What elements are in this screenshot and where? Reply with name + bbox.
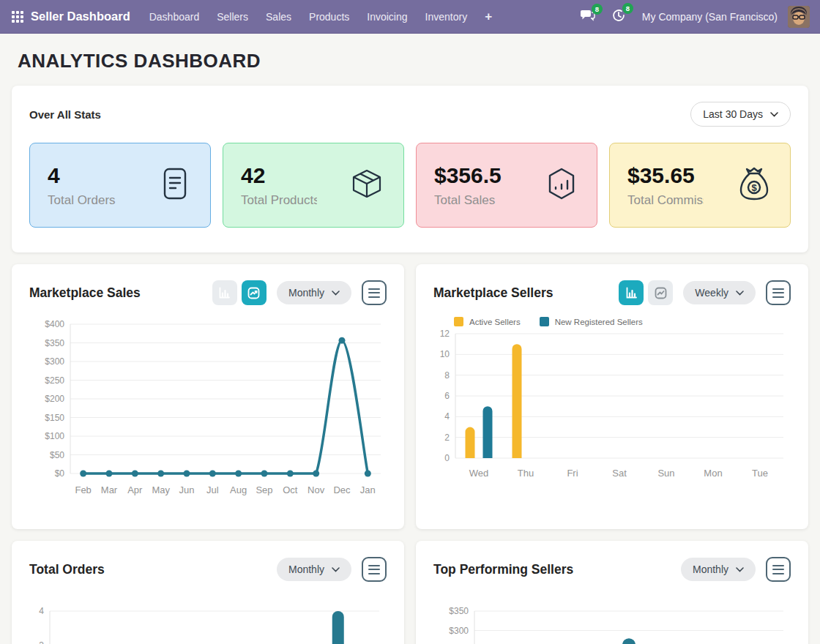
svg-text:10: 10: [440, 349, 450, 359]
line-chart-icon: [247, 287, 260, 299]
svg-text:$300: $300: [449, 626, 469, 636]
legend-item: New Registered Sellers: [540, 317, 643, 326]
bar-chart-type-button[interactable]: [212, 280, 237, 305]
total-orders-card: Total Orders Monthly 01234FebMarAprMayJu…: [12, 541, 404, 644]
sellers-chart-type-toggle: [619, 280, 673, 305]
marketplace-sellers-title: Marketplace Sellers: [433, 285, 553, 301]
date-range-dropdown[interactable]: Last 30 Days: [690, 102, 791, 127]
total-orders-title: Total Orders: [29, 562, 105, 577]
bar-chart-icon: [625, 287, 638, 299]
svg-text:Jun: Jun: [179, 484, 195, 495]
svg-text:$300: $300: [45, 356, 64, 367]
legend-item: Active Sellers: [454, 317, 521, 326]
total-commission-value: $35.65: [627, 163, 704, 188]
messages-icon[interactable]: 8: [581, 9, 595, 25]
line-chart-type-button[interactable]: [242, 280, 266, 305]
user-avatar[interactable]: [788, 6, 810, 28]
svg-text:$350: $350: [45, 338, 64, 348]
svg-text:Feb: Feb: [75, 484, 91, 495]
activity-badge: 8: [622, 3, 633, 14]
svg-text:6: 6: [444, 391, 450, 401]
nav-item-invoicing[interactable]: Invoicing: [367, 11, 407, 23]
top-performing-sellers-chart: $0$50$100$150$200$250$300$350: [433, 602, 791, 644]
chevron-down-icon: [770, 112, 778, 117]
brand-title[interactable]: Seller Dashboard: [31, 10, 130, 23]
marketplace-sellers-chart: 024681012WedThuFriSatSunMonTue: [433, 328, 791, 486]
bar-chart-type-button[interactable]: [619, 280, 644, 305]
total-orders-chart: 01234FebMarAprMayJunJulAugSepOctNovDecJa…: [29, 602, 387, 644]
svg-text:4: 4: [444, 411, 450, 422]
nav-item-inventory[interactable]: Inventory: [425, 11, 468, 23]
total-sales-label: Total Sales: [434, 193, 510, 208]
total-commission-label: Total Commission: [627, 193, 704, 208]
svg-text:Sun: Sun: [657, 468, 674, 479]
svg-text:$200: $200: [45, 394, 64, 404]
svg-text:8: 8: [444, 370, 450, 381]
svg-text:May: May: [152, 484, 170, 495]
sellers-period-dropdown[interactable]: Weekly: [683, 281, 756, 304]
svg-text:$0: $0: [55, 468, 65, 479]
marketplace-sellers-card: Marketplace Sellers: [416, 264, 808, 529]
total-products-value: 42: [241, 163, 317, 188]
svg-text:$: $: [751, 182, 757, 193]
svg-text:Sep: Sep: [256, 484, 272, 495]
nav-item-add[interactable]: +: [485, 10, 492, 24]
sellers-menu-button[interactable]: [766, 280, 791, 305]
line-chart-type-button[interactable]: [648, 280, 673, 305]
stat-card-total-commission: $35.65 Total Commission $: [609, 143, 791, 228]
overall-stats-title: Over All Stats: [29, 108, 101, 121]
nav-item-products[interactable]: Products: [309, 11, 349, 23]
svg-text:$50: $50: [50, 450, 64, 460]
svg-text:Tue: Tue: [752, 468, 768, 479]
top-navbar: Seller Dashboard Dashboard Sellers Sales…: [0, 0, 820, 34]
marketplace-sales-card: Marketplace Sales: [12, 264, 404, 529]
top-sellers-menu-button[interactable]: [766, 557, 791, 582]
svg-text:Aug: Aug: [230, 484, 247, 495]
stat-card-total-products: 42 Total Products: [223, 143, 404, 228]
chevron-down-icon: [736, 291, 744, 296]
svg-text:Fri: Fri: [567, 468, 578, 479]
total-orders-period-dropdown[interactable]: Monthly: [277, 558, 351, 581]
svg-text:$150: $150: [45, 413, 64, 423]
total-sales-value: $356.5: [434, 163, 510, 188]
svg-text:Wed: Wed: [469, 468, 489, 479]
svg-text:2: 2: [444, 433, 450, 443]
page-title: ANALYTICS DASHBOARD: [18, 50, 802, 72]
chevron-down-icon: [332, 291, 340, 296]
company-switcher[interactable]: My Company (San Francisco): [642, 11, 778, 23]
top-performing-sellers-title: Top Performing Sellers: [433, 562, 573, 577]
svg-text:Thu: Thu: [518, 468, 534, 479]
svg-text:$250: $250: [45, 375, 64, 386]
total-orders-value: 4: [48, 163, 124, 188]
svg-text:Dec: Dec: [333, 484, 351, 495]
svg-text:$350: $350: [449, 606, 469, 616]
svg-text:4: 4: [39, 606, 44, 616]
svg-text:Apr: Apr: [127, 484, 143, 495]
nav-item-sales[interactable]: Sales: [266, 11, 291, 23]
svg-text:0: 0: [444, 453, 450, 463]
svg-text:Sat: Sat: [612, 468, 627, 479]
sales-period-dropdown[interactable]: Monthly: [277, 281, 351, 304]
stat-card-total-orders: 4 Total Orders: [29, 143, 211, 228]
nav-item-sellers[interactable]: Sellers: [217, 11, 248, 23]
package-box-icon: [349, 167, 384, 203]
activity-clock-icon[interactable]: 8: [611, 8, 626, 26]
stat-card-total-sales: $356.5 Total Sales: [416, 143, 597, 228]
top-sellers-period-dropdown[interactable]: Monthly: [681, 558, 756, 581]
nav-item-dashboard[interactable]: Dashboard: [149, 11, 200, 23]
sales-chart-type-toggle: [212, 280, 266, 305]
total-orders-label: Total Orders: [48, 193, 124, 208]
chevron-down-icon: [332, 567, 340, 572]
svg-text:Oct: Oct: [283, 484, 298, 495]
svg-text:Nov: Nov: [308, 484, 325, 495]
line-chart-icon: [655, 287, 667, 299]
overall-stats-card: Over All Stats Last 30 Days 4 Total Orde…: [12, 86, 808, 252]
bar-chart-icon: [218, 287, 231, 299]
hexagon-chart-icon: [545, 167, 578, 203]
marketplace-sales-title: Marketplace Sales: [29, 285, 141, 301]
marketplace-sales-chart: $0$50$100$150$200$250$300$350$400FebMarA…: [29, 315, 387, 503]
apps-grid-icon[interactable]: [12, 11, 23, 23]
orders-document-icon: [159, 167, 191, 203]
total-orders-menu-button[interactable]: [362, 557, 387, 582]
sales-menu-button[interactable]: [362, 280, 387, 305]
